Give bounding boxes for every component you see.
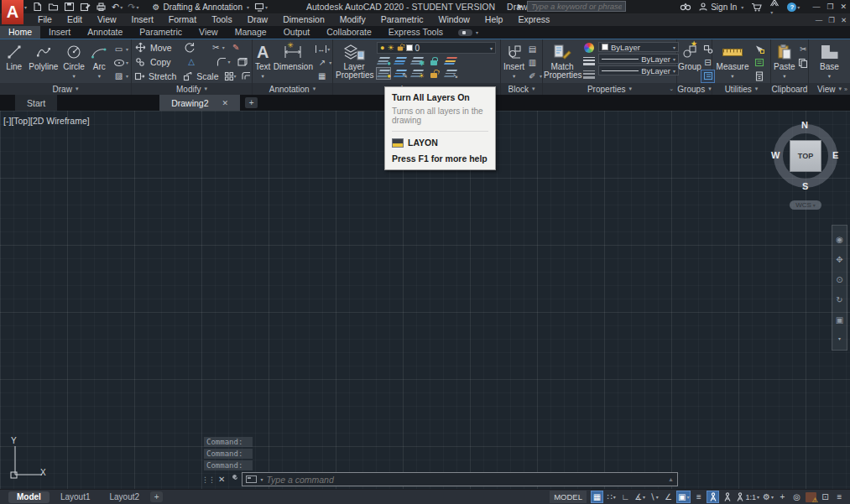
turn-all-layers-on-button[interactable]: ●: [377, 68, 390, 79]
menu-express[interactable]: Express: [510, 13, 557, 26]
ellipse-caret-icon[interactable]: ▾: [126, 60, 128, 65]
layer-freeze-button[interactable]: ✱: [410, 55, 424, 66]
navigation-wheel-icon[interactable]: ◉: [836, 235, 843, 244]
leader-caret-icon[interactable]: ▾: [329, 60, 331, 65]
close-button[interactable]: ✕: [840, 3, 847, 11]
orbit-icon[interactable]: ↻: [836, 295, 842, 304]
osnap-caret-icon[interactable]: ▾: [686, 494, 689, 500]
layer-select[interactable]: ● ☀ 0 ▾: [377, 42, 496, 54]
explode-button[interactable]: [236, 56, 248, 68]
menu-window[interactable]: Window: [430, 13, 477, 26]
calculator-button[interactable]: [753, 70, 765, 82]
isodraft-caret-icon[interactable]: ▾: [656, 494, 659, 500]
showmotion-icon[interactable]: ▣: [836, 315, 843, 325]
ribbon-tab-output[interactable]: Output: [275, 26, 319, 39]
undo-button[interactable]: ↶▾: [112, 2, 123, 13]
cut-button[interactable]: ✂: [797, 44, 810, 55]
leader-button[interactable]: ↗: [315, 57, 328, 69]
block-editor-button[interactable]: ✐: [526, 70, 539, 82]
ribbon-tab-annotate[interactable]: Annotate: [79, 26, 131, 39]
recent-commands-caret-icon[interactable]: ▾: [260, 476, 263, 482]
command-line-dock[interactable]: ⋮⋮ ✕ ▾ ▲: [201, 471, 678, 487]
command-customize-icon[interactable]: [228, 475, 238, 485]
app-store-cart-icon[interactable]: [751, 3, 762, 12]
snap-caret-icon[interactable]: ▾: [613, 494, 616, 500]
manage-attributes-button[interactable]: ▥: [526, 57, 539, 69]
linear-dimension-button[interactable]: ↔: [315, 45, 326, 53]
doc-minimize-button[interactable]: —: [816, 16, 823, 24]
workspace-switching-caret-icon[interactable]: ▾: [771, 494, 774, 500]
panel-label-annotation[interactable]: Annotation▾: [253, 83, 332, 95]
isolate-objects-button[interactable]: ◎: [790, 491, 803, 503]
ribbon-tab-manage[interactable]: Manage: [227, 26, 275, 39]
ellipse-button[interactable]: [112, 57, 125, 69]
redo-caret-icon[interactable]: ▾: [136, 4, 138, 10]
layout-tab-layout1[interactable]: Layout1: [52, 491, 99, 503]
annotation-visibility-toggle[interactable]: [707, 491, 719, 503]
fillet-button[interactable]: [216, 56, 228, 68]
isometric-drafting-toggle[interactable]: ∖▾: [648, 491, 660, 503]
arc-flyout-caret-icon[interactable]: ▾: [98, 72, 101, 81]
autodesk-account-icon[interactable]: ▾: [769, 0, 780, 16]
command-expand-icon[interactable]: ▲: [668, 476, 674, 482]
command-input-bar[interactable]: ▾ ▲: [242, 472, 678, 486]
panel-label-clipboard[interactable]: Clipboard: [771, 83, 808, 95]
ribbon-tab-express-tools[interactable]: Express Tools: [380, 26, 451, 39]
restore-button[interactable]: ❐: [827, 3, 833, 11]
text-button[interactable]: A Text ▾: [255, 41, 270, 83]
new-layout-button[interactable]: +: [150, 491, 163, 502]
text-flyout-caret-icon[interactable]: ▾: [262, 72, 264, 81]
layout-tab-layout2[interactable]: Layout2: [101, 491, 148, 503]
panel-label-draw[interactable]: Draw▾: [0, 83, 131, 95]
application-menu-button[interactable]: A: [2, 0, 23, 24]
base-flyout-caret-icon[interactable]: ▾: [828, 72, 831, 81]
file-tab-drawing2[interactable]: Drawing2 ✕: [159, 95, 240, 111]
properties-dialog-launcher-icon[interactable]: ⌄: [669, 86, 674, 92]
mirror-button[interactable]: △: [185, 56, 198, 68]
menu-file[interactable]: File: [30, 13, 60, 26]
layer-states-button[interactable]: [444, 55, 457, 66]
rotate-button[interactable]: [184, 42, 196, 54]
object-snap-toggle[interactable]: ▣▾: [676, 491, 691, 503]
model-space-toggle[interactable]: MODEL: [550, 491, 587, 503]
search-input[interactable]: [531, 2, 622, 11]
grid-toggle[interactable]: ▦: [591, 491, 603, 503]
layer-unlock-button[interactable]: [427, 68, 441, 79]
line-button[interactable]: Line: [3, 41, 25, 83]
linetype-select[interactable]: ByLayer ▾: [598, 65, 679, 75]
plot-button[interactable]: [96, 2, 107, 12]
application-menu-caret-icon[interactable]: ▾: [24, 4, 27, 10]
copy-clip-button[interactable]: [797, 57, 810, 69]
stretch-button[interactable]: Stretch: [149, 71, 176, 81]
menu-view[interactable]: View: [90, 13, 124, 26]
polar-tracking-toggle[interactable]: ∡▾: [634, 491, 646, 503]
doc-restore-button[interactable]: ❐: [828, 16, 835, 24]
zoom-icon[interactable]: ⊙: [836, 275, 842, 284]
open-button[interactable]: [48, 2, 59, 12]
viewcube-east[interactable]: E: [832, 150, 838, 160]
command-dock-close-icon[interactable]: ✕: [218, 475, 225, 484]
layer-off-button[interactable]: ●: [377, 55, 390, 66]
viewport-controls[interactable]: [-][Top][2D Wireframe]: [3, 116, 90, 126]
clean-screen-button[interactable]: ⊡: [819, 491, 832, 503]
group-button[interactable]: ★ Group: [680, 41, 700, 83]
trim-button[interactable]: ✂: [210, 42, 222, 54]
panel-label-utilities[interactable]: Utilities▾: [712, 83, 770, 95]
lineweight-toggle[interactable]: ≡: [692, 491, 705, 503]
copy-button[interactable]: Copy: [150, 57, 171, 67]
search-expand-icon[interactable]: ▶: [518, 3, 523, 10]
pan-icon[interactable]: ✥: [836, 255, 842, 264]
table-button[interactable]: ▦: [315, 70, 328, 82]
menu-modify[interactable]: Modify: [332, 13, 373, 26]
object-snap-tracking-toggle[interactable]: ∠: [662, 491, 675, 503]
menu-format[interactable]: Format: [161, 13, 204, 26]
annotation-monitor-button[interactable]: +: [776, 491, 789, 503]
quick-select-button[interactable]: [753, 44, 765, 55]
snap-mode-toggle[interactable]: ∷▾: [605, 491, 618, 503]
measure-button[interactable]: Measure ▾: [715, 41, 750, 83]
erase-button[interactable]: ✎: [230, 42, 242, 54]
circle-flyout-caret-icon[interactable]: ▾: [72, 72, 75, 81]
linear-dimension-caret-icon[interactable]: ▾: [327, 46, 330, 52]
file-tab-start[interactable]: Start: [15, 95, 57, 111]
new-drawing-tab-button[interactable]: +: [245, 97, 258, 108]
